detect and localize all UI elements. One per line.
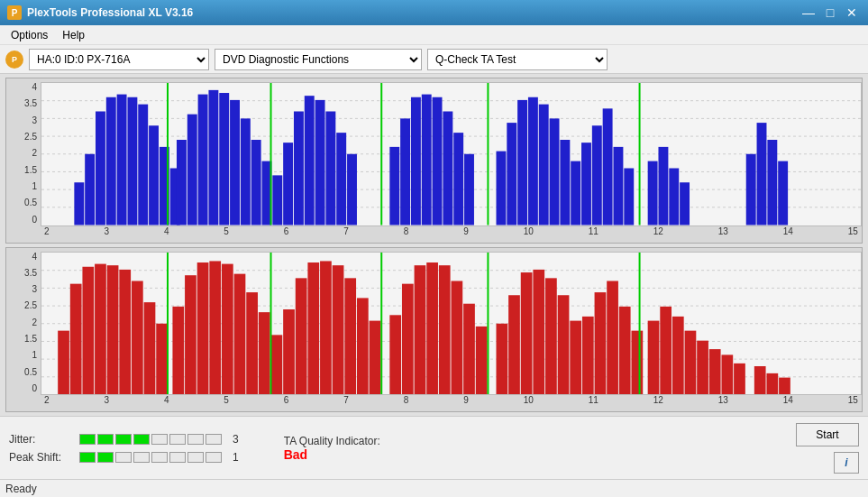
jitter-block-6 xyxy=(169,434,186,445)
svg-rect-61 xyxy=(658,147,668,225)
jitter-block-8 xyxy=(206,434,222,445)
svg-rect-105 xyxy=(402,283,414,394)
ta-quality-section: TA Quality Indicator: Bad xyxy=(284,435,380,462)
svg-rect-92 xyxy=(259,312,270,394)
info-icon: i xyxy=(845,456,847,469)
svg-rect-75 xyxy=(58,330,69,394)
peak-shift-block-5 xyxy=(151,452,168,463)
peak-shift-block-1 xyxy=(79,452,96,463)
svg-rect-118 xyxy=(558,295,570,394)
svg-rect-110 xyxy=(463,303,475,394)
close-button[interactable]: ✕ xyxy=(843,4,861,22)
drive-select[interactable]: HA:0 ID:0 PX-716A xyxy=(29,49,209,70)
svg-rect-119 xyxy=(570,320,581,394)
svg-rect-93 xyxy=(271,335,283,394)
menu-bar: Options Help xyxy=(0,25,868,45)
top-chart-plot xyxy=(41,82,862,226)
bottom-chart-svg xyxy=(41,253,861,395)
svg-rect-25 xyxy=(251,140,261,225)
svg-rect-12 xyxy=(127,97,137,225)
peak-shift-label: Peak Shift: xyxy=(9,451,72,464)
svg-rect-42 xyxy=(443,112,452,225)
svg-rect-13 xyxy=(138,105,148,225)
svg-rect-134 xyxy=(754,366,766,395)
svg-rect-49 xyxy=(528,97,538,225)
svg-rect-11 xyxy=(117,95,127,225)
jitter-block-1 xyxy=(79,434,96,445)
svg-rect-106 xyxy=(415,265,426,394)
test-select[interactable]: Q-Check TA Test xyxy=(427,49,608,70)
svg-rect-7 xyxy=(74,182,84,225)
function-select[interactable]: DVD Diagnostic Functions xyxy=(215,49,422,70)
svg-rect-37 xyxy=(389,147,399,225)
svg-rect-48 xyxy=(517,100,527,225)
jitter-block-5 xyxy=(151,434,168,445)
svg-rect-97 xyxy=(307,262,319,394)
svg-rect-58 xyxy=(624,169,634,225)
svg-rect-29 xyxy=(283,143,293,225)
svg-rect-41 xyxy=(433,97,443,225)
app-icon: P xyxy=(7,5,22,20)
svg-rect-98 xyxy=(320,261,332,394)
charts-area: 4 3.5 3 2.5 2 1.5 1 0.5 0 xyxy=(0,74,868,416)
menu-options[interactable]: Options xyxy=(5,27,53,43)
svg-rect-122 xyxy=(607,281,618,394)
svg-rect-127 xyxy=(660,306,672,394)
svg-rect-55 xyxy=(592,125,602,225)
jitter-block-2 xyxy=(97,434,114,445)
peak-shift-block-4 xyxy=(133,452,150,463)
info-button[interactable]: i xyxy=(834,452,859,474)
bottom-chart-x-axis: 2 3 4 5 6 7 8 9 10 11 12 13 14 15 xyxy=(41,395,862,411)
peak-shift-block-8 xyxy=(206,452,222,463)
jitter-label: Jitter: xyxy=(9,433,72,446)
svg-rect-114 xyxy=(508,295,520,394)
svg-rect-44 xyxy=(464,154,474,225)
bottom-bar: Jitter: 3 Peak Shift: xyxy=(0,416,868,479)
jitter-value: 3 xyxy=(233,433,239,446)
svg-rect-132 xyxy=(721,354,733,394)
svg-rect-104 xyxy=(389,315,401,394)
status-text: Ready xyxy=(5,483,37,495)
svg-rect-82 xyxy=(144,302,156,394)
svg-rect-39 xyxy=(411,97,421,225)
jitter-block-7 xyxy=(187,434,204,445)
title-bar-controls[interactable]: — □ ✕ xyxy=(799,4,861,22)
svg-rect-78 xyxy=(95,263,106,394)
bottom-chart-plot xyxy=(41,252,862,396)
svg-rect-128 xyxy=(672,316,684,394)
svg-rect-129 xyxy=(685,330,697,394)
svg-rect-83 xyxy=(156,323,168,394)
svg-rect-107 xyxy=(426,262,438,394)
svg-rect-64 xyxy=(746,154,756,225)
minimize-button[interactable]: — xyxy=(799,4,818,22)
maximize-button[interactable]: □ xyxy=(821,4,839,22)
svg-rect-66 xyxy=(767,140,777,225)
svg-rect-85 xyxy=(172,306,184,394)
svg-rect-99 xyxy=(333,265,344,394)
svg-rect-130 xyxy=(697,340,708,394)
svg-rect-108 xyxy=(439,265,451,394)
svg-rect-115 xyxy=(521,272,533,394)
svg-rect-77 xyxy=(82,266,94,394)
svg-rect-89 xyxy=(222,263,233,394)
peak-shift-block-3 xyxy=(115,452,132,463)
svg-rect-62 xyxy=(669,169,679,225)
svg-rect-23 xyxy=(230,100,240,225)
svg-rect-24 xyxy=(241,118,251,225)
top-chart-svg xyxy=(41,83,861,225)
jitter-meter xyxy=(79,434,222,445)
start-button[interactable]: Start xyxy=(796,423,859,446)
jitter-block-3 xyxy=(115,434,132,445)
toolbar: P HA:0 ID:0 PX-716A DVD Diagnostic Funct… xyxy=(0,45,868,74)
svg-rect-40 xyxy=(422,95,432,225)
start-btn-section: Start i xyxy=(796,423,859,474)
svg-rect-43 xyxy=(453,133,463,225)
svg-rect-117 xyxy=(545,278,557,394)
menu-help[interactable]: Help xyxy=(57,27,90,43)
svg-rect-124 xyxy=(631,330,643,394)
top-chart-x-axis: 2 3 4 5 6 7 8 9 10 11 12 13 14 15 xyxy=(41,226,862,243)
drive-icon: P xyxy=(5,51,23,69)
svg-rect-52 xyxy=(560,140,570,225)
svg-rect-79 xyxy=(107,265,119,394)
svg-rect-10 xyxy=(106,97,116,225)
